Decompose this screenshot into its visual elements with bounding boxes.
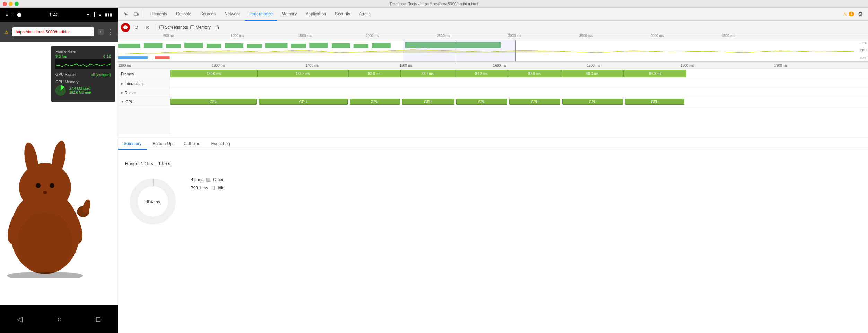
memory-used: 27.4 MB used xyxy=(69,87,91,91)
memory-max: 192.0 MB max xyxy=(69,91,91,94)
interactions-label[interactable]: ▶ Interactions xyxy=(118,79,170,88)
frame-block-3[interactable]: 83.9 ms xyxy=(401,70,455,77)
ruler-tick-2500: 2500 ms xyxy=(437,34,450,38)
back-icon[interactable]: ◁ xyxy=(17,315,23,323)
gpu-block-0[interactable]: GPU xyxy=(170,99,257,105)
overview-timeline[interactable]: 500 ms 1000 ms 1500 ms 2000 ms 2500 ms 3… xyxy=(118,34,868,62)
frame-block-0[interactable]: 130.0 ms xyxy=(170,70,257,77)
memory-checkbox[interactable] xyxy=(190,25,194,29)
screenshots-checkbox[interactable] xyxy=(159,25,164,29)
gpu-block-5[interactable]: GPU xyxy=(509,99,560,105)
tab-audits[interactable]: Audits xyxy=(355,8,375,21)
screenshots-label: Screenshots xyxy=(165,25,188,30)
summary-content: 804 ms 4.9 ms Other 799.1 ms xyxy=(125,170,861,233)
fps-range: 6-12 xyxy=(103,54,111,58)
tab-sources[interactable]: Sources xyxy=(196,8,220,21)
tab-bottom-up[interactable]: Bottom-Up xyxy=(147,138,178,150)
svg-rect-21 xyxy=(247,44,262,48)
record-button[interactable] xyxy=(121,23,130,32)
detail-timeline[interactable]: 1200 ms 1300 ms 1400 ms 1500 ms 1600 ms … xyxy=(118,62,868,138)
memory-checkbox-label[interactable]: Memory xyxy=(190,25,211,30)
tab-call-tree[interactable]: Call Tree xyxy=(178,138,206,150)
svg-rect-26 xyxy=(354,44,368,48)
raster-arrow: ▶ xyxy=(121,91,123,94)
fps-value: 9.6 fps xyxy=(55,54,67,58)
gpu-content: GPU GPU GPU GPU GPU GPU GPU GPU xyxy=(170,97,868,106)
gpu-block-4[interactable]: GPU xyxy=(456,99,507,105)
gpu-row[interactable]: ▼ GPU GPU GPU GPU GPU GPU GPU GPU GPU xyxy=(118,97,868,106)
ruler-tick-1000: 1000 ms xyxy=(231,34,244,38)
responsive-icon-btn[interactable] xyxy=(131,9,141,19)
ruler-tick-4500: 4500 ms xyxy=(722,34,735,38)
gpu-block-1[interactable]: GPU xyxy=(259,99,348,105)
ruler-tick-3500: 3500 ms xyxy=(579,34,593,38)
gpu-block-3[interactable]: GPU xyxy=(402,99,454,105)
minimize-button[interactable] xyxy=(9,2,13,6)
tab-memory[interactable]: Memory xyxy=(278,8,301,21)
gpu-label[interactable]: ▼ GPU xyxy=(118,97,170,106)
status-icons-right: ✦ ▐ ▲ ▮▮▮ xyxy=(86,12,112,17)
gpu-block-6[interactable]: GPU xyxy=(562,99,623,105)
close-button[interactable] xyxy=(3,2,7,6)
screenshots-checkbox-label[interactable]: Screenshots xyxy=(159,25,188,30)
frame-block-2[interactable]: 82.0 ms xyxy=(348,70,401,77)
browser-url-bar[interactable]: https://localhost:5000/badblur xyxy=(12,27,94,36)
bunny-image xyxy=(0,132,97,278)
tab-network[interactable]: Network xyxy=(220,8,244,21)
android-statusbar: ≡ ◻ ⬤ 1:42 ✦ ▐ ▲ ▮▮▮ xyxy=(0,8,118,22)
gpu-block-2[interactable]: GPU xyxy=(350,99,400,105)
tab-count[interactable]: 1 xyxy=(98,29,104,35)
frame-block-4[interactable]: 84.2 ms xyxy=(455,70,508,77)
legend-idle: 799.1 ms Idle xyxy=(191,186,225,190)
cursor-icon-btn[interactable] xyxy=(121,9,131,19)
timeline-rows: Frames 130.0 ms 133.5 ms 82.0 ms 83.9 ms… xyxy=(118,69,868,138)
tab-console[interactable]: Console xyxy=(172,8,195,21)
clear-button[interactable]: ⊘ xyxy=(143,23,152,32)
status-time: 1:42 xyxy=(49,12,59,17)
tab-performance[interactable]: Performance xyxy=(245,8,277,21)
gpu-raster-label: GPU Raster xyxy=(55,72,76,76)
tab-summary[interactable]: Summary xyxy=(118,138,147,150)
warning-icon: ⚠ xyxy=(843,11,847,17)
raster-row[interactable]: ▶ Raster xyxy=(118,88,868,97)
detail-tick-1900: 1900 ms xyxy=(774,63,788,67)
settings-gear-icon[interactable]: ⚙ xyxy=(856,9,865,19)
gpu-memory-row: GPU Memory 27.4 MB used 192.0 MB max xyxy=(55,80,111,96)
summary-tabs: Summary Bottom-Up Call Tree Event Log xyxy=(118,138,868,150)
tab-event-log[interactable]: Event Log xyxy=(206,138,236,150)
empty-row-1 xyxy=(118,106,868,134)
frame-block-1[interactable]: 133.5 ms xyxy=(257,70,348,77)
battery-icon: ▮▮▮ xyxy=(105,12,112,17)
titlebar-buttons[interactable] xyxy=(3,2,19,6)
detail-tick-1600: 1600 ms xyxy=(493,63,506,67)
gpu-block-7[interactable]: GPU xyxy=(625,99,684,105)
svg-rect-17 xyxy=(166,44,181,48)
frame-block-7[interactable]: 83.0 ms xyxy=(624,70,686,77)
frame-rate-label: Frame Rate xyxy=(55,49,111,53)
bottom-area: Summary Bottom-Up Call Tree Event Log Ra… xyxy=(118,138,868,238)
donut-center-label: 804 ms xyxy=(146,199,160,204)
perf-toolbar: ↺ ⊘ Screenshots Memory 🗑 xyxy=(118,21,868,34)
maximize-button[interactable] xyxy=(15,2,19,6)
interactions-row[interactable]: ▶ Interactions xyxy=(118,79,868,88)
fps-overview-chart xyxy=(118,40,854,48)
recent-apps-icon[interactable]: □ xyxy=(96,315,100,323)
tab-security[interactable]: Security xyxy=(331,8,354,21)
tab-elements[interactable]: Elements xyxy=(146,8,171,21)
frame-block-6[interactable]: 98.0 ms xyxy=(561,70,624,77)
home-icon[interactable]: ○ xyxy=(57,315,61,323)
delete-button[interactable]: 🗑 xyxy=(213,23,222,32)
browser-menu-icon[interactable]: ⋮ xyxy=(107,28,114,36)
cpu-overview-chart xyxy=(118,48,854,56)
bluetooth-icon: ✦ xyxy=(86,12,90,17)
detail-tick-1800: 1800 ms xyxy=(681,63,694,67)
raster-label[interactable]: ▶ Raster xyxy=(118,88,170,97)
record-dot xyxy=(123,25,128,29)
detail-tick-1300: 1300 ms xyxy=(212,63,225,67)
ruler-tick-500: 500 ms xyxy=(163,34,175,38)
svg-rect-20 xyxy=(225,43,243,48)
android-navbar[interactable]: ◁ ○ □ xyxy=(0,305,118,333)
reload-button[interactable]: ↺ xyxy=(132,23,141,32)
frame-block-5[interactable]: 83.8 ms xyxy=(508,70,561,77)
tab-application[interactable]: Application xyxy=(301,8,330,21)
